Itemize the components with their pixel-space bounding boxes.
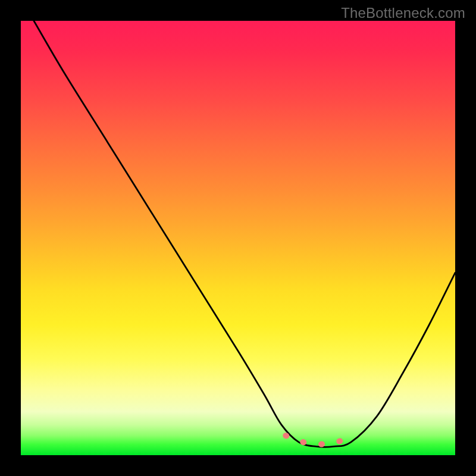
plot-area xyxy=(21,21,455,455)
attribution-watermark: TheBottleneck.com xyxy=(341,5,465,21)
chart-svg xyxy=(21,21,455,455)
chart-container: TheBottleneck.com xyxy=(0,0,476,476)
bottleneck-curve xyxy=(34,21,455,447)
